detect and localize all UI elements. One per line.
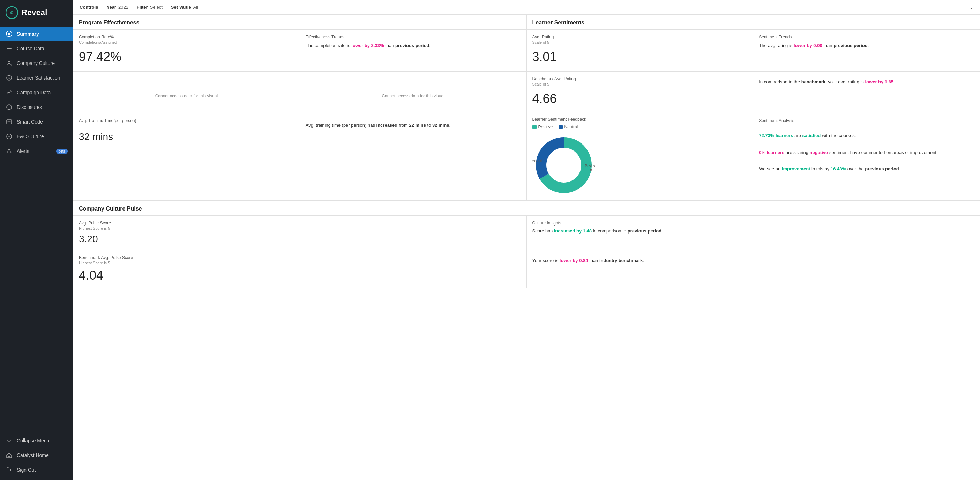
sidebar-item-alerts[interactable]: Alerts beta: [0, 144, 73, 158]
avg-rating-label: Avg. Rating: [532, 35, 748, 40]
sa-text2a: are sharing: [784, 150, 810, 155]
sa-highlight1: 72.73% learners: [759, 133, 793, 138]
controls-year[interactable]: Year 2022: [107, 5, 128, 10]
neutral-donut-label: Neutral: [532, 158, 542, 162]
dashboard: Program Effectiveness Learner Sentiments…: [73, 15, 980, 480]
donut-chart-svg: Neutral 4 Positive 8: [532, 134, 595, 196]
sa-bold3: previous period: [865, 166, 899, 171]
sidebar-item-collapse-menu[interactable]: Collapse Menu: [0, 433, 73, 448]
sentiment-trends-body: The avg rating is lower by 0.00 than pre…: [759, 42, 974, 49]
sentiment-analysis-body1: 72.73% learners are satisfied with the c…: [759, 132, 974, 139]
avg-pulse-score-value: 3.20: [79, 233, 521, 245]
sent-text2: than: [822, 43, 834, 48]
avg-pulse-score-cell: Avg. Pulse Score Highest Score is 5 3.20: [73, 216, 527, 250]
row-1: Completion Rate% Completions/Assigned 97…: [73, 30, 980, 72]
effectiveness-trends-cell: Effectiveness Trends The completion rate…: [300, 30, 527, 71]
svg-point-9: [8, 77, 9, 78]
legend-positive-dot: [532, 125, 536, 129]
bpt-text2: than: [588, 258, 599, 263]
effectiveness-trends-body: The completion rate is lower by 2.33% th…: [305, 42, 521, 49]
bench-text2: , your avg. rating is: [826, 79, 865, 85]
campaign-data-icon: [6, 89, 13, 96]
learner-sentiment-feedback-cell: Learner Sentiment Feedback Positive Neut…: [527, 113, 754, 200]
sidebar-item-collapse-menu-label: Collapse Menu: [17, 438, 49, 443]
course-data-icon: [6, 45, 13, 52]
controls-set-value-label: Set Value: [171, 5, 191, 10]
learner-sentiments-header: Learner Sentiments: [527, 15, 980, 29]
svg-text:i: i: [9, 105, 10, 109]
controls-bar: Controls Year 2022 Filter Select Set Val…: [73, 0, 980, 15]
sa-text1b: with the courses.: [821, 133, 856, 138]
alerts-icon: [6, 148, 13, 155]
sa-text3d: .: [899, 166, 900, 171]
benchmark-text-body: In comparison to the benchmark, your avg…: [759, 78, 974, 86]
svg-point-8: [6, 75, 11, 80]
sidebar-item-learner-satisfaction[interactable]: Learner Satisfaction: [0, 70, 73, 85]
sent-highlight: lower by 0.00: [794, 43, 822, 48]
svg-point-10: [10, 77, 11, 78]
smart-code-icon: [6, 118, 13, 125]
controls-filter-label: Filter: [137, 5, 148, 10]
sa-text3b: in this by: [810, 166, 831, 171]
sidebar-item-smart-code[interactable]: Smart Code: [0, 115, 73, 129]
svg-rect-5: [6, 48, 11, 49]
sidebar-item-learner-satisfaction-label: Learner Satisfaction: [17, 75, 60, 81]
bench-highlight: lower by 1.65: [865, 79, 894, 85]
sidebar-item-company-culture[interactable]: Company Culture: [0, 56, 73, 70]
bpt-text3: .: [643, 258, 644, 263]
svg-rect-6: [6, 49, 10, 50]
sidebar-item-catalyst-home-label: Catalyst Home: [17, 453, 49, 458]
svg-rect-16: [9, 150, 9, 152]
sa-text3a: We see an: [759, 166, 782, 171]
completion-rate-sublabel: Completions/Assigned: [79, 40, 294, 44]
sidebar-item-ec-culture[interactable]: E&C Culture: [0, 129, 73, 144]
row-3: Avg. Training Time(per person) 32 mins A…: [73, 113, 980, 200]
legend-positive-label: Positive: [538, 124, 553, 129]
benchmark-avg-rating-label: Benchmark Avg. Rating: [532, 77, 748, 81]
logo-text: Reveal: [22, 8, 48, 17]
positive-donut-label: Positive: [585, 164, 595, 168]
eff-text-end: .: [430, 43, 431, 48]
sidebar-item-campaign-data[interactable]: Campaign Data: [0, 85, 73, 100]
program-effectiveness-header: Program Effectiveness: [73, 15, 527, 29]
row-2: Cannot access data for this visual Canno…: [73, 72, 980, 113]
sa-text2b: sentiment have commented on areas of imp…: [828, 150, 937, 155]
sidebar-item-company-culture-label: Company Culture: [17, 61, 55, 66]
legend-neutral-label: Neutral: [565, 124, 578, 129]
legend-neutral: Neutral: [558, 124, 578, 129]
sidebar-bottom: Collapse Menu Catalyst Home Sign Out: [0, 430, 73, 480]
att-bold3: 32 mins: [432, 123, 449, 128]
avg-pulse-score-label: Avg. Pulse Score: [79, 221, 521, 225]
benchmark-pulse-score-cell: Benchmark Avg. Pulse Score Highest Score…: [73, 250, 527, 288]
controls-filter[interactable]: Filter Select: [137, 5, 162, 10]
avg-rating-cell: Avg. Rating Scale of 5 3.01: [527, 30, 754, 71]
sa-highlight3: improvement: [782, 166, 810, 171]
sa-highlight1b: satisfied: [802, 133, 821, 138]
svg-point-7: [8, 61, 10, 64]
eff-text-post: than: [384, 43, 395, 48]
sa-highlight3b: 16.48%: [831, 166, 846, 171]
ci-highlight: increased by 1.48: [554, 228, 592, 234]
sent-bold: previous period: [834, 43, 868, 48]
avg-training-time-cell: Avg. Training Time(per person) 32 mins: [73, 113, 300, 200]
sentiment-analysis-body2: 0% learners are sharing negative sentime…: [759, 149, 974, 156]
avg-training-time-label: Avg. Training Time(per person): [79, 118, 294, 123]
controls-filter-value: Select: [150, 5, 162, 10]
sidebar-item-disclosures-label: Disclosures: [17, 104, 42, 110]
completion-rate-cell: Completion Rate% Completions/Assigned 97…: [73, 30, 300, 71]
sidebar-item-summary[interactable]: Summary: [0, 27, 73, 41]
sidebar-item-sign-out[interactable]: Sign Out: [0, 462, 73, 477]
controls-chevron-icon[interactable]: ⌄: [969, 4, 974, 11]
controls-set-value[interactable]: Set Value All: [171, 5, 198, 10]
benchmark-pulse-row: Benchmark Avg. Pulse Score Highest Score…: [73, 250, 980, 288]
sentiment-analysis-body3: We see an improvement in this by 16.48% …: [759, 166, 974, 172]
bench-text1: In comparison to the: [759, 79, 801, 85]
sidebar-item-course-data[interactable]: Course Data: [0, 41, 73, 56]
ci-text1: Score has: [532, 228, 554, 234]
sa-text3c: over the: [846, 166, 865, 171]
sidebar-item-disclosures[interactable]: i Disclosures: [0, 100, 73, 115]
learner-sentiment-feedback-label: Learner Sentiment Feedback: [532, 117, 748, 122]
culture-insights-body: Score has increased by 1.48 in compariso…: [532, 228, 975, 234]
sign-out-icon: [6, 466, 13, 474]
sidebar-item-catalyst-home[interactable]: Catalyst Home: [0, 448, 73, 462]
